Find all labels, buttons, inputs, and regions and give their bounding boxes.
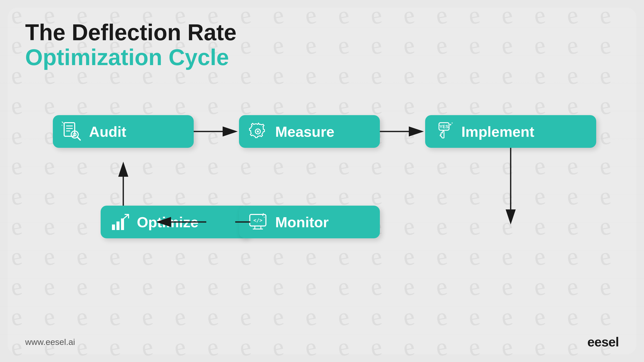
svg-line-9 [63,123,64,123]
implement-label: Implement [461,123,534,140]
implement-icon: YES ✦ ✦ [433,120,455,143]
measure-label: Measure [275,123,334,140]
footer-brand: eesel [587,334,619,349]
svg-line-5 [77,137,80,140]
title-line2: Optimization Cycle [25,45,619,70]
optimize-label: Optimize [137,214,198,231]
svg-line-7 [62,122,63,123]
node-measure: Measure [239,115,380,148]
svg-text:✦: ✦ [262,212,264,215]
main-content: The Deflection Rate Optimization Cycle [0,0,644,362]
svg-rect-16 [112,224,115,230]
svg-text:✦: ✦ [451,122,453,124]
audit-label: Audit [89,123,126,140]
diagram: Audit Measure YES [25,90,619,316]
footer-url: www.eesel.ai [25,337,75,347]
svg-text:</>: </> [253,217,262,223]
svg-text:✦: ✦ [263,216,265,218]
node-implement: YES ✦ ✦ Implement [425,115,596,148]
node-audit: Audit [53,115,194,148]
monitor-label: Monitor [275,214,329,231]
title-block: The Deflection Rate Optimization Cycle [25,20,619,70]
node-optimize: Optimize [101,206,249,238]
node-monitor: </> ✦ ✦ ✦ Monitor [239,206,380,238]
svg-text:YES: YES [439,124,449,129]
title-line1: The Deflection Rate [25,20,619,45]
svg-line-19 [123,214,129,219]
monitor-icon: </> ✦ ✦ ✦ [247,211,269,233]
measure-icon [247,120,269,143]
audit-icon [60,120,83,143]
svg-rect-18 [121,218,124,230]
svg-rect-17 [116,221,119,230]
optimize-icon [108,211,131,233]
footer: www.eesel.ai eesel [25,334,619,349]
svg-point-11 [257,130,259,132]
